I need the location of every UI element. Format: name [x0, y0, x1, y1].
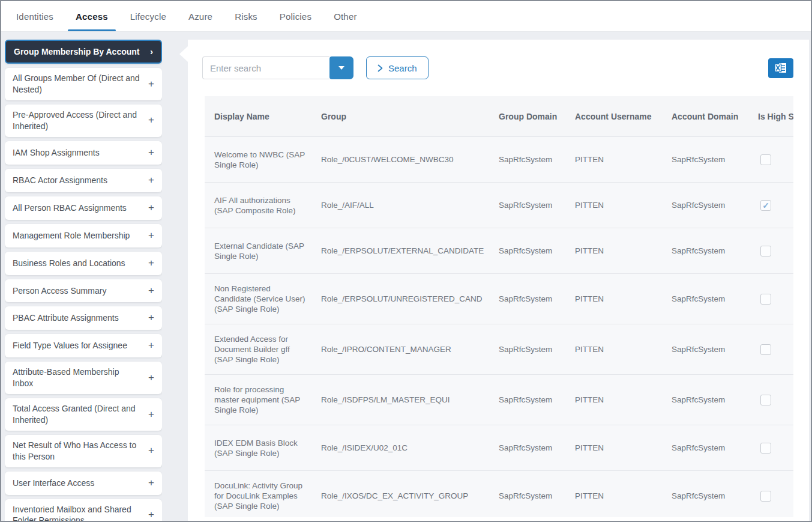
search-group	[202, 56, 353, 79]
high-security-checkbox[interactable]: ✓	[760, 200, 771, 211]
cell-group: Role_/0CUST/WELCOME_NWBC30	[311, 145, 489, 174]
plus-icon: +	[148, 476, 154, 490]
table-row[interactable]: External Candidate (SAP Single Role) Rol…	[205, 228, 793, 274]
high-security-checkbox[interactable]: ✓	[760, 154, 771, 165]
sidebar-item-person-access-summary[interactable]: Person Access Summary +	[5, 279, 162, 303]
sidebar-item-user-interface-access[interactable]: User Interface Access +	[5, 472, 162, 495]
table-row[interactable]: DocuLink: Activity Group for DocuLink Ex…	[205, 471, 793, 517]
sidebar-item-all-person-rbac-assignments[interactable]: All Person RBAC Assignments +	[5, 196, 162, 220]
cell-display-name: Non Registered Candidate (Service User) …	[205, 274, 311, 324]
sidebar-item-business-roles-and-locations[interactable]: Business Roles and Locations +	[5, 252, 162, 275]
tab-other[interactable]: Other	[334, 1, 357, 31]
cell-group-domain: SapRfcSystem	[489, 481, 565, 511]
cell-account-username: PITTEN	[565, 190, 662, 220]
table-row[interactable]: Role for processing master equipment (SA…	[205, 375, 793, 425]
high-security-checkbox[interactable]: ✓	[760, 344, 771, 355]
plus-icon: +	[148, 311, 154, 325]
header-cell-group: Group	[311, 112, 489, 121]
cell-account-domain: SapRfcSystem	[662, 236, 748, 266]
tab-label: Azure	[188, 11, 212, 22]
cell-account-domain: SapRfcSystem	[662, 284, 748, 314]
cell-group-domain: SapRfcSystem	[489, 433, 565, 463]
high-security-checkbox[interactable]: ✓	[760, 491, 771, 502]
plus-icon: +	[148, 508, 154, 521]
table-row[interactable]: Welcome to NWBC (SAP Single Role) Role_/…	[205, 137, 793, 183]
sidebar-item-label: IAM Shop Assignments	[13, 147, 100, 159]
table-body: Welcome to NWBC (SAP Single Role) Role_/…	[205, 137, 793, 517]
tab-lifecycle[interactable]: Lifecycle	[130, 1, 166, 31]
sidebar-item-label: Business Roles and Locations	[13, 258, 125, 269]
sidebar-item-attribute-based-membership-inbox[interactable]: Attribute-Based Membership Inbox +	[5, 362, 162, 394]
sidebar-item-management-role-membership[interactable]: Management Role Membership +	[5, 224, 162, 247]
high-security-checkbox[interactable]: ✓	[760, 294, 771, 305]
high-security-checkbox[interactable]: ✓	[760, 246, 771, 256]
sidebar-item-iam-shop-assignments[interactable]: IAM Shop Assignments +	[5, 141, 162, 165]
tab-label: Risks	[235, 11, 257, 22]
app-window: Identities Access Lifecycle Azure Risks …	[1, 1, 811, 521]
sidebar-item-rbac-actor-assignments[interactable]: RBAC Actor Assignments +	[5, 169, 162, 192]
header-cell-account-domain: Account Domain	[662, 112, 748, 121]
cell-group-domain: SapRfcSystem	[489, 385, 565, 414]
sidebar-item-total-access-granted-direct-and-inherite[interactable]: Total Access Granted (Direct and Inherit…	[5, 398, 162, 431]
cell-display-name: DocuLink: Activity Group for DocuLink Ex…	[205, 471, 311, 517]
cell-account-username: PITTEN	[565, 385, 662, 414]
plus-icon: +	[148, 444, 154, 458]
cell-group: Role_/ISIDEX/U02_01C	[311, 433, 489, 463]
cell-is-high-security: ✓	[748, 335, 793, 365]
excel-export-button[interactable]	[768, 58, 793, 78]
cell-display-name: AIF All authorizations (SAP Composite Ro…	[205, 186, 311, 225]
plus-icon: +	[148, 229, 154, 243]
sidebar-item-group-membership-by-account[interactable]: Group Membership By Account ›	[5, 40, 162, 64]
chevron-right-icon: ›	[150, 46, 153, 58]
toolbar: Search	[188, 40, 809, 79]
sidebar-item-label: All Groups Member Of (Direct and Nested)	[13, 73, 140, 96]
sidebar-item-label: Management Role Membership	[13, 230, 130, 241]
sidebar-item-label: RBAC Actor Assignments	[13, 175, 107, 186]
plus-icon: +	[148, 284, 154, 298]
sidebar-item-pbac-attribute-assignments[interactable]: PBAC Attribute Assignments +	[5, 306, 162, 330]
sidebar-item-field-type-values-for-assignee[interactable]: Field Type Values for Assignee +	[5, 334, 162, 357]
table-row[interactable]: Extended Access for Document Builder gff…	[205, 324, 793, 375]
sidebar-item-label: All Person RBAC Assignments	[13, 202, 127, 214]
search-input[interactable]	[202, 56, 329, 79]
tab-access[interactable]: Access	[76, 1, 108, 31]
cell-group: Role_/AIF/ALL	[311, 190, 489, 220]
tab-policies[interactable]: Policies	[280, 1, 311, 31]
table-row[interactable]: AIF All authorizations (SAP Composite Ro…	[205, 183, 793, 228]
table-row[interactable]: IDEX EDM Basis Block (SAP Single Role) R…	[205, 425, 793, 471]
cell-group: Role_/IXOS/DC_EX_ACTIVITY_GROUP	[311, 481, 489, 511]
sidebar-item-inventoried-mailbox-and-shared-folder-pe[interactable]: Inventoried Mailbox and Shared Folder Pe…	[5, 499, 162, 521]
cell-is-high-security: ✓	[748, 481, 793, 511]
plus-icon: +	[148, 339, 154, 353]
cell-account-domain: SapRfcSystem	[662, 335, 748, 364]
cell-group-domain: SapRfcSystem	[489, 145, 565, 174]
sidebar-item-net-result-of-who-has-access-to-this-per[interactable]: Net Result of Who Has Access to this Per…	[5, 435, 162, 467]
content-panel: Search Display NameGroupGroup DomainAcco…	[188, 40, 809, 521]
tab-label: Policies	[280, 11, 311, 22]
search-dropdown-button[interactable]	[329, 56, 353, 79]
tab-risks[interactable]: Risks	[235, 1, 257, 31]
chevron-right-icon	[377, 64, 383, 72]
high-security-checkbox[interactable]: ✓	[760, 395, 771, 405]
search-button[interactable]: Search	[366, 56, 429, 79]
sidebar-item-label: Attribute-Based Membership Inbox	[13, 366, 140, 389]
tab-identities[interactable]: Identities	[16, 1, 53, 31]
sidebar-item-label: Field Type Values for Assignee	[13, 340, 127, 351]
cell-account-domain: SapRfcSystem	[662, 481, 748, 511]
tab-label: Lifecycle	[130, 11, 166, 22]
table-row[interactable]: Non Registered Candidate (Service User) …	[205, 274, 793, 324]
cell-account-username: PITTEN	[565, 284, 662, 314]
cell-is-high-security: ✓	[748, 145, 793, 175]
cell-is-high-security: ✓	[748, 284, 793, 314]
tab-azure[interactable]: Azure	[188, 1, 212, 31]
checkmark-icon: ✓	[762, 201, 769, 210]
cell-is-high-security: ✓	[748, 385, 793, 415]
sidebar-item-all-groups-member-of-direct-and-nested[interactable]: All Groups Member Of (Direct and Nested)…	[5, 68, 162, 100]
plus-icon: +	[148, 146, 154, 160]
cell-group-domain: SapRfcSystem	[489, 335, 565, 364]
dropdown-caret-icon	[338, 66, 344, 70]
sidebar-item-pre-approved-access-direct-and-inherited[interactable]: Pre-Approved Access (Direct and Inherite…	[5, 105, 162, 137]
high-security-checkbox[interactable]: ✓	[760, 443, 771, 454]
tab-label: Other	[334, 11, 357, 22]
tab-label: Identities	[16, 11, 53, 22]
